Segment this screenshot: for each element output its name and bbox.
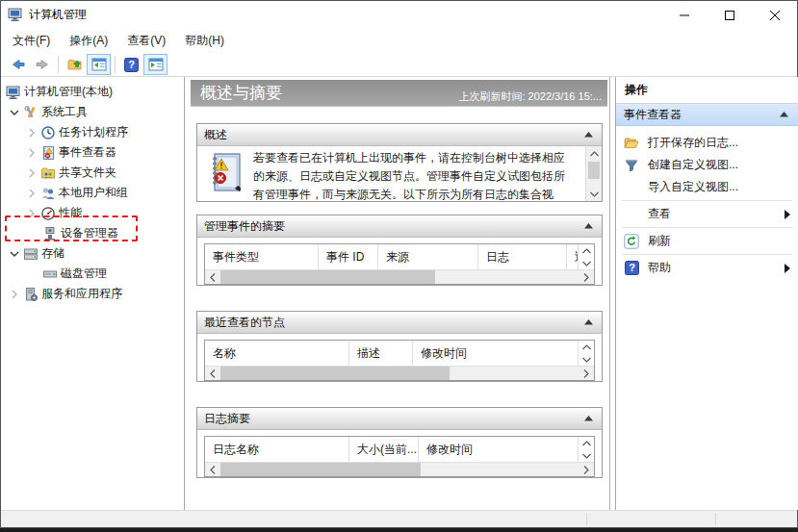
menu-view[interactable]: 查看(V) — [117, 29, 175, 53]
scroll-up-icon[interactable] — [579, 437, 594, 449]
tree-item-device-manager[interactable]: 设备管理器 — [1, 223, 184, 243]
collapse-button[interactable] — [777, 108, 790, 121]
scroll-right-icon[interactable] — [579, 367, 594, 381]
title-bar[interactable]: 计算机管理 — [1, 1, 797, 28]
tree-item-storage[interactable]: 存储 — [1, 243, 184, 264]
collapse-button[interactable] — [581, 128, 595, 141]
help-button[interactable]: ? — [119, 54, 143, 75]
action-create-custom-view[interactable]: 创建自定义视图... — [616, 154, 798, 176]
section-title: 最近查看的节点 — [204, 315, 285, 331]
tree-item-shared-folders[interactable]: 共享文件夹 — [1, 163, 184, 183]
action-import-custom-view[interactable]: 导入自定义视图... — [616, 176, 798, 198]
scrollbar-thumb[interactable] — [220, 270, 435, 284]
forward-icon — [35, 57, 50, 72]
scroll-right-icon[interactable] — [579, 270, 594, 285]
menu-help[interactable]: 帮助(H) — [175, 29, 234, 53]
scrollbar-thumb[interactable] — [220, 463, 421, 476]
show-action-pane-button[interactable] — [143, 54, 167, 75]
horizontal-scrollbar[interactable] — [205, 366, 594, 380]
scroll-left-icon[interactable] — [205, 367, 220, 381]
tree-item-system-tools[interactable]: 系统工具 — [1, 102, 184, 122]
vertical-scrollbar[interactable] — [578, 341, 594, 366]
chevron-collapsed-icon[interactable] — [24, 186, 39, 201]
section-log-summary: 日志摘要 日志名称 大小(当前... 修改时间 — [196, 407, 603, 478]
separator — [622, 254, 792, 255]
collapse-button[interactable] — [581, 219, 595, 233]
collapse-button[interactable] — [581, 316, 595, 329]
separator — [622, 227, 792, 228]
tree-item-disk-management[interactable]: 磁盘管理 — [1, 264, 184, 284]
tree-item-services-applications[interactable]: 服务和应用程序 — [1, 284, 184, 304]
column-header[interactable]: 描述 — [349, 341, 413, 366]
storage-icon — [22, 246, 39, 262]
column-header[interactable]: 名称 — [205, 341, 349, 366]
collapse-button[interactable] — [581, 412, 595, 425]
column-header[interactable]: 修改时间 — [419, 437, 578, 462]
chevron-collapsed-icon[interactable] — [24, 145, 39, 161]
chevron-expanded-icon[interactable] — [7, 105, 22, 120]
help-icon: ? — [624, 261, 639, 276]
column-header[interactable]: 修改时间 — [413, 341, 578, 366]
action-help[interactable]: ? 帮助 — [616, 257, 798, 279]
scroll-left-icon[interactable] — [205, 270, 220, 285]
menu-file[interactable]: 文件(F) — [3, 29, 60, 53]
tree-item-event-viewer[interactable]: 事件查看器 — [1, 142, 184, 163]
console-tree-toggle-button[interactable] — [87, 54, 111, 75]
close-button[interactable] — [752, 1, 797, 29]
column-header[interactable]: 事件 ID — [319, 244, 378, 269]
recent-nodes-table: 名称 描述 修改时间 — [204, 340, 595, 381]
console-tree-panel: 计算机管理(本地) 系统工具 任务计划程序 事件查看器 共享文件夹 — [1, 77, 185, 510]
column-header[interactable]: 近 — [567, 244, 578, 269]
scroll-up-icon[interactable] — [579, 341, 594, 353]
chevron-expanded-icon[interactable] — [7, 246, 22, 262]
toolbar: ? — [1, 53, 797, 77]
column-header[interactable]: 事件类型 — [205, 244, 319, 269]
action-open-saved-log[interactable]: 打开保存的日志... — [616, 132, 798, 154]
vertical-scrollbar[interactable] — [585, 146, 602, 201]
chevron-collapsed-icon[interactable] — [7, 287, 22, 302]
column-header[interactable]: 日志 — [478, 244, 567, 269]
chevron-collapsed-icon[interactable] — [24, 206, 39, 221]
tree-item-task-scheduler[interactable]: 任务计划程序 — [1, 122, 184, 142]
up-folder-button[interactable] — [63, 54, 87, 75]
section-admin-events-header[interactable]: 管理事件的摘要 — [197, 215, 602, 238]
section-overview-header[interactable]: 概述 — [197, 124, 602, 146]
column-header[interactable]: 来源 — [378, 244, 478, 269]
action-refresh[interactable]: 刷新 — [616, 230, 798, 252]
horizontal-scrollbar[interactable] — [205, 269, 594, 284]
scroll-down-icon[interactable] — [586, 187, 602, 201]
back-button[interactable] — [6, 54, 30, 75]
log-summary-table: 日志名称 大小(当前... 修改时间 — [204, 436, 595, 477]
actions-group-header[interactable]: 事件查看器 — [616, 104, 798, 126]
scroll-right-icon[interactable] — [579, 463, 594, 477]
menu-action[interactable]: 操作(A) — [60, 29, 117, 53]
action-label: 帮助 — [648, 260, 671, 276]
column-header[interactable]: 大小(当前... — [349, 437, 419, 462]
section-recent-nodes-header[interactable]: 最近查看的节点 — [197, 312, 602, 334]
minimize-button[interactable] — [661, 1, 707, 29]
scrollbar-thumb[interactable] — [220, 367, 450, 380]
tree-item-performance[interactable]: 性能 — [1, 203, 184, 223]
scroll-up-icon[interactable] — [579, 244, 594, 257]
section-recent-nodes: 最近查看的节点 名称 描述 修改时间 — [196, 311, 603, 382]
scroll-left-icon[interactable] — [205, 463, 220, 477]
chevron-collapsed-icon[interactable] — [24, 165, 39, 181]
scroll-up-icon[interactable] — [586, 146, 602, 161]
forward-button[interactable] — [30, 54, 54, 75]
tree-item-computer-management[interactable]: 计算机管理(本地) — [1, 82, 184, 102]
column-header[interactable]: 日志名称 — [205, 437, 349, 462]
action-label: 刷新 — [648, 233, 671, 249]
action-view[interactable]: 查看 — [616, 203, 798, 225]
scroll-down-icon[interactable] — [579, 449, 594, 462]
section-log-summary-header[interactable]: 日志摘要 — [197, 408, 602, 430]
vertical-scrollbar[interactable] — [578, 244, 594, 269]
maximize-button[interactable] — [707, 1, 752, 29]
horizontal-scrollbar[interactable] — [205, 462, 594, 476]
vertical-scrollbar[interactable] — [578, 437, 594, 462]
tree-item-local-users-groups[interactable]: 本地用户和组 — [1, 183, 184, 203]
scroll-down-icon[interactable] — [579, 257, 594, 269]
scroll-down-icon[interactable] — [579, 353, 594, 366]
scrollbar-thumb[interactable] — [588, 162, 600, 179]
chevron-collapsed-icon[interactable] — [24, 125, 39, 140]
no-icon — [624, 207, 639, 222]
